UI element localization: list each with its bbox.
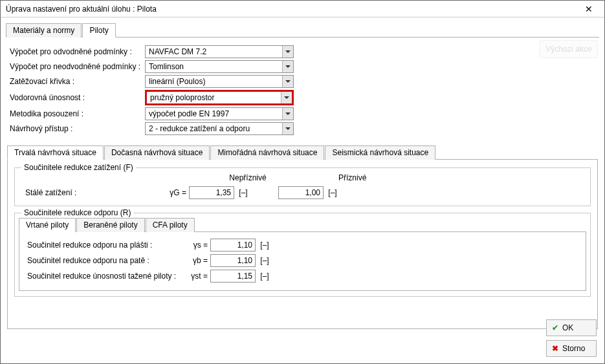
chevron-down-icon — [285, 127, 291, 130]
label-horizontal-capacity: Vodorovná únosnost : — [7, 93, 145, 102]
combo-drained[interactable]: NAVFAC DM 7.2 — [145, 45, 294, 58]
ok-button[interactable]: ✔ OK — [546, 319, 597, 336]
label-design-approach: Návrhový přístup : — [7, 124, 145, 133]
design-situation-tabstrip: Trvalá návrhová situace Dočasná návrhová… — [7, 145, 598, 160]
label-load-curve: Zatěžovací křivka : — [7, 77, 145, 86]
input-gamma-st[interactable] — [210, 270, 256, 283]
chevron-down-icon — [285, 112, 291, 115]
combo-horizontal-capacity[interactable]: pružný poloprostor — [145, 90, 294, 105]
row-design-approach: Návrhový přístup : 2 - redukce zatížení … — [7, 121, 598, 136]
chevron-down-icon — [285, 50, 291, 53]
check-icon: ✔ — [552, 323, 558, 332]
row-shaft-resistance: Součinitel redukce odporu na plášti : γs… — [23, 237, 582, 253]
symbol-gamma-g: γG = — [164, 188, 186, 197]
combo-methodology-button[interactable] — [282, 108, 293, 120]
label-permanent-load: Stálé zatížení : — [21, 188, 164, 197]
header-favorable: Příznivé — [320, 173, 385, 182]
pile-type-tabstrip: Vrtané piloty Beraněné piloty CFA piloty — [19, 217, 586, 232]
unit-1: [–] — [234, 188, 252, 197]
combo-undrained-button[interactable] — [282, 61, 293, 72]
label-methodology: Metodika posouzení : — [7, 109, 145, 118]
tab-piloty[interactable]: Piloty — [82, 23, 115, 37]
label-drained: Výpočet pro odvodněné podmínky : — [7, 47, 145, 56]
ok-label: OK — [562, 323, 573, 332]
row-drained: Výpočet pro odvodněné podmínky : NAVFAC … — [7, 44, 598, 59]
input-gamma-g-fav[interactable] — [278, 186, 324, 199]
chevron-down-icon — [285, 65, 291, 68]
chevron-down-icon — [284, 96, 289, 99]
tab-bored-piles[interactable]: Vrtané piloty — [19, 218, 76, 232]
combo-undrained[interactable]: Tomlinson — [145, 60, 294, 73]
row-methodology: Metodika posouzení : výpočet podle EN 19… — [7, 106, 598, 121]
combo-horizontal-capacity-button[interactable] — [281, 92, 292, 103]
column-headers: Nepříznivé Příznivé — [21, 173, 584, 182]
tab-permanent[interactable]: Trvalá návrhová situace — [7, 145, 104, 160]
row-load-curve: Zatěžovací křivka : lineární (Poulos) — [7, 74, 598, 89]
combo-methodology-text: výpočet podle EN 1997 — [146, 109, 282, 118]
symbol-gamma-st: γst = — [185, 272, 208, 281]
unit-gs: [–] — [256, 241, 274, 250]
default-action-button[interactable]: Výchozí akce — [540, 40, 598, 58]
main-tabstrip: Materiály a normy Piloty — [6, 23, 599, 37]
chevron-down-icon — [285, 80, 291, 83]
combo-drained-button[interactable] — [282, 46, 293, 58]
dialog-title: Úprava nastavení pro aktuální úlohu : Pi… — [6, 5, 576, 14]
unit-2: [–] — [324, 188, 342, 197]
combo-load-curve-text: lineární (Poulos) — [146, 77, 282, 86]
legend-resistance-reduction: Součinitele redukce odporu (R) — [21, 208, 133, 217]
label-shaft: Součinitel redukce odporu na plášti : — [23, 241, 185, 250]
legend-load-reduction: Součinitele redukce zatížení (F) — [21, 163, 136, 172]
symbol-gamma-s: γs = — [185, 241, 208, 250]
tab-materials[interactable]: Materiály a normy — [6, 23, 82, 37]
header-unfavorable: Nepříznivé — [215, 173, 280, 182]
label-tension: Součinitel redukce únosnosti tažené pilo… — [23, 272, 185, 281]
combo-design-approach[interactable]: 2 - redukce zatížení a odporu — [145, 122, 294, 135]
input-gamma-s[interactable] — [210, 239, 256, 252]
group-resistance-reduction: Součinitele redukce odporu (R) Vrtané pi… — [14, 213, 591, 297]
combo-drained-text: NAVFAC DM 7.2 — [146, 47, 282, 56]
combo-design-approach-text: 2 - redukce zatížení a odporu — [146, 124, 282, 133]
tab-cfa-piles[interactable]: CFA piloty — [146, 218, 195, 232]
group-load-reduction: Součinitele redukce zatížení (F) Nepřízn… — [14, 167, 591, 206]
tab-driven-piles[interactable]: Beraněné piloty — [76, 218, 144, 232]
input-gamma-b[interactable] — [210, 254, 256, 267]
tab-temporary[interactable]: Dočasná návrhová situace — [104, 145, 210, 160]
combo-horizontal-capacity-text: pružný poloprostor — [147, 93, 281, 102]
design-situations: Trvalá návrhová situace Dočasná návrhová… — [7, 145, 598, 332]
storno-button[interactable]: ✖ Storno — [546, 340, 597, 357]
design-situation-body: Součinitele redukce zatížení (F) Nepřízn… — [7, 160, 598, 329]
main-tabstrip-wrap: Materiály a normy Piloty — [1, 17, 604, 37]
titlebar: Úprava nastavení pro aktuální úlohu : Pi… — [1, 1, 604, 17]
combo-load-curve-button[interactable] — [282, 76, 293, 87]
label-base: Součinitel redukce odporu na patě : — [23, 256, 185, 265]
close-icon: ✕ — [585, 4, 593, 14]
cross-icon: ✖ — [552, 344, 558, 353]
combo-load-curve[interactable]: lineární (Poulos) — [145, 75, 294, 88]
row-tension-capacity: Součinitel redukce únosnosti tažené pilo… — [23, 268, 582, 284]
symbol-gamma-b: γb = — [185, 256, 208, 265]
row-horizontal-capacity: Vodorovná únosnost : pružný poloprostor — [7, 89, 598, 106]
unit-gst: [–] — [256, 272, 274, 281]
tab-extraordinary[interactable]: Mimořádná návrhová situace — [210, 145, 324, 160]
settings-dialog: Úprava nastavení pro aktuální úlohu : Pi… — [0, 0, 605, 364]
combo-design-approach-button[interactable] — [282, 123, 293, 134]
tab-seismic[interactable]: Seismická návrhová situace — [325, 145, 435, 160]
pile-type-body: Součinitel redukce odporu na plášti : γs… — [19, 232, 586, 291]
input-gamma-g-unfav[interactable] — [189, 186, 234, 199]
unit-gb: [–] — [256, 256, 274, 265]
label-undrained: Výpočet pro neodvodněné podmínky : — [7, 62, 145, 71]
storno-label: Storno — [562, 344, 585, 353]
dialog-buttons: ✔ OK ✖ Storno — [546, 319, 597, 357]
tab-content: Výchozí akce Výpočet pro odvodněné podmí… — [1, 37, 604, 363]
combo-undrained-text: Tomlinson — [146, 62, 282, 71]
row-permanent-load: Stálé zatížení : γG = [–] [–] — [21, 185, 584, 200]
row-base-resistance: Součinitel redukce odporu na patě : γb =… — [23, 253, 582, 268]
combo-methodology[interactable]: výpočet podle EN 1997 — [145, 107, 294, 120]
close-button[interactable]: ✕ — [576, 2, 602, 16]
row-undrained: Výpočet pro neodvodněné podmínky : Tomli… — [7, 59, 598, 74]
